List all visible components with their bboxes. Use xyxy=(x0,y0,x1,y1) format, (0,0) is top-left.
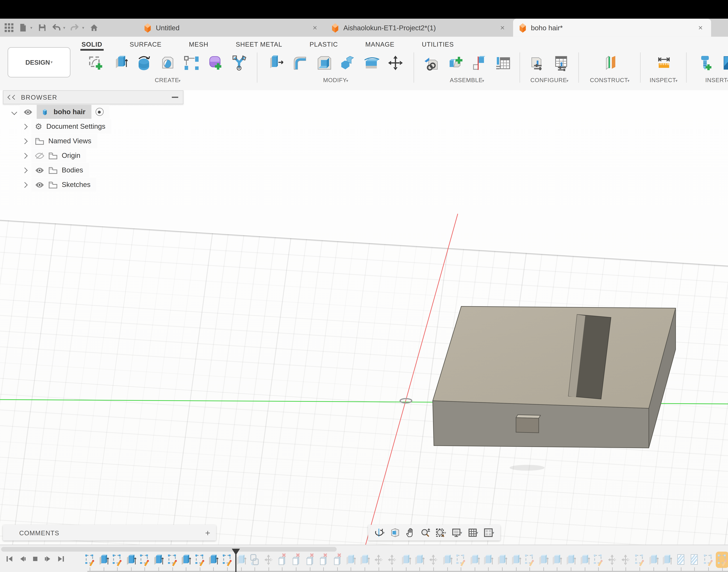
timeline-feature-sketch[interactable] xyxy=(112,553,123,567)
browser-item-named-views[interactable]: Named Views xyxy=(23,134,184,148)
ribbon-tab-solid[interactable]: SOLID xyxy=(81,41,102,48)
grid-display-caret[interactable]: ▾ xyxy=(476,530,478,535)
browser-root-row[interactable]: boho hair xyxy=(12,105,184,119)
step-back-button[interactable] xyxy=(19,555,26,563)
visibility-eye-icon[interactable] xyxy=(35,181,44,189)
file-dropdown-caret[interactable]: ▾ xyxy=(30,25,32,30)
workspace-switcher[interactable]: DESIGN▾ xyxy=(8,47,70,77)
browser-item-origin[interactable]: Origin xyxy=(23,149,184,162)
timeline-feature-extrude[interactable] xyxy=(497,553,507,567)
timeline-feature-extrude[interactable] xyxy=(662,553,672,567)
ribbon-tab-mesh[interactable]: MESH xyxy=(189,41,209,48)
expand-chevron-icon[interactable] xyxy=(22,138,28,144)
timeline-feature-boxx[interactable] xyxy=(318,553,329,567)
timeline-feature-extrude[interactable] xyxy=(414,553,425,567)
undo-icon[interactable] xyxy=(52,23,60,32)
timeline-feature-mirror[interactable] xyxy=(689,553,700,567)
timeline-feature-extrude[interactable] xyxy=(153,553,164,567)
timeline-scrollbar[interactable] xyxy=(1,547,337,552)
add-comment-button[interactable]: + xyxy=(205,528,210,537)
timeline-feature-move[interactable] xyxy=(607,553,617,567)
comments-panel[interactable]: COMMENTS + xyxy=(3,525,216,541)
go-to-end-button[interactable] xyxy=(57,555,65,563)
ribbon-tab-sheet-metal[interactable]: SHEET METAL xyxy=(236,41,282,48)
display-settings-caret[interactable]: ▾ xyxy=(460,530,462,535)
timeline-feature-move[interactable] xyxy=(263,553,274,567)
joint-icon[interactable] xyxy=(447,55,463,71)
revolve-icon[interactable] xyxy=(136,55,152,71)
insert-canvas-icon[interactable] xyxy=(721,55,728,71)
timeline-feature-boxx[interactable] xyxy=(291,553,301,567)
group-label-construct[interactable]: CONSTRUCT ▾ xyxy=(580,77,640,83)
group-label-assemble[interactable]: ASSEMBLE ▾ xyxy=(415,77,519,83)
zoom-window-caret[interactable]: ▾ xyxy=(444,530,446,535)
timeline-feature-boxx[interactable] xyxy=(332,553,342,567)
timeline-feature-boxx[interactable] xyxy=(277,553,287,567)
create-form-icon[interactable] xyxy=(207,55,224,71)
configure-feature-icon[interactable] xyxy=(529,55,546,71)
pipe-icon[interactable] xyxy=(231,55,247,71)
timeline-feature-move[interactable] xyxy=(373,553,383,567)
timeline-feature-extrude[interactable] xyxy=(98,553,108,567)
tab-close-icon[interactable]: × xyxy=(310,23,319,32)
timeline-feature-sketch[interactable] xyxy=(593,553,603,567)
ribbon-tab-utilities[interactable]: UTILITIES xyxy=(422,41,454,48)
browser-item-document-settings[interactable]: ⚙Document Settings xyxy=(23,120,184,133)
model-body[interactable] xyxy=(433,306,675,471)
ribbon-tab-manage[interactable]: MANAGE xyxy=(365,41,394,48)
expand-chevron-icon[interactable] xyxy=(22,124,28,129)
press-pull-icon[interactable] xyxy=(268,55,284,71)
split-body-icon[interactable] xyxy=(363,55,380,71)
timeline-feature-extrude[interactable] xyxy=(181,553,191,567)
hole-icon[interactable] xyxy=(160,55,176,71)
timeline-feature-extrude[interactable] xyxy=(648,553,658,567)
tab-close-icon[interactable]: × xyxy=(696,23,705,32)
visibility-eye-icon[interactable] xyxy=(35,166,44,174)
timeline-feature-extrude[interactable] xyxy=(208,553,219,567)
timeline-feature-extrude[interactable] xyxy=(483,553,494,567)
group-label-configure[interactable]: CONFIGURE ▾ xyxy=(521,77,578,83)
insert-fastener-icon[interactable] xyxy=(697,55,714,71)
timeline-feature-extrude[interactable] xyxy=(469,553,480,567)
rectangular-pattern-icon[interactable] xyxy=(184,55,200,71)
joint-origin-icon[interactable] xyxy=(471,55,487,71)
look-at-icon[interactable] xyxy=(390,528,400,538)
pan-icon[interactable] xyxy=(405,528,415,538)
grid-display-icon[interactable]: ▾ xyxy=(467,528,478,538)
timeline-feature-extrude[interactable] xyxy=(236,553,246,567)
shell-icon[interactable] xyxy=(316,55,332,71)
timeline-feature-sketch[interactable] xyxy=(194,553,205,567)
expand-chevron-icon[interactable] xyxy=(22,167,28,173)
timeline-feature-sketch[interactable] xyxy=(455,553,466,567)
zoom-icon[interactable] xyxy=(420,528,430,538)
new-component-icon[interactable] xyxy=(423,55,439,71)
timeline-feature-extrude[interactable] xyxy=(552,553,562,567)
timeline-feature-sketch[interactable] xyxy=(524,553,535,567)
combine-icon[interactable] xyxy=(340,55,356,71)
undo-dropdown-caret[interactable]: ▾ xyxy=(63,25,65,30)
document-tab-3[interactable]: boho hair*× xyxy=(513,19,711,37)
ribbon-tab-plastic[interactable]: PLASTIC xyxy=(309,41,338,48)
expand-chevron-icon[interactable] xyxy=(22,182,28,188)
home-icon[interactable] xyxy=(89,23,98,32)
timeline-feature-sketch-highlighted[interactable] xyxy=(717,553,727,567)
display-settings-icon[interactable]: ▾ xyxy=(451,528,462,538)
activate-component-radio[interactable] xyxy=(95,108,103,116)
timeline-feature-move[interactable] xyxy=(428,553,439,567)
timeline-feature-move[interactable] xyxy=(387,553,397,567)
timeline-feature-sketch[interactable] xyxy=(84,553,95,567)
timeline-feature-component[interactable] xyxy=(249,553,260,567)
timeline-feature-sketch[interactable] xyxy=(140,553,150,567)
group-label-inspect[interactable]: INSPECT ▾ xyxy=(641,77,686,83)
redo-icon[interactable] xyxy=(70,23,79,32)
timeline-feature-extrude[interactable] xyxy=(510,553,521,567)
redo-dropdown-caret[interactable]: ▾ xyxy=(82,25,84,30)
timeline-feature-extrude[interactable] xyxy=(442,553,452,567)
timeline-feature-extrude[interactable] xyxy=(579,553,590,567)
measure-icon[interactable] xyxy=(655,55,672,71)
timeline-feature-boxx[interactable] xyxy=(304,553,315,567)
minimize-icon[interactable] xyxy=(172,97,178,98)
group-label-insert[interactable]: INSERT ▾ xyxy=(687,77,728,83)
expand-chevron-icon[interactable] xyxy=(22,153,28,158)
selected-root-item[interactable]: boho hair xyxy=(37,105,91,119)
